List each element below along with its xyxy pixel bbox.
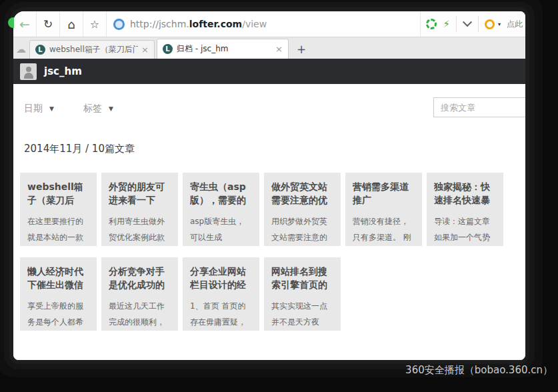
bookmark-star-button[interactable]: ☆ bbox=[83, 11, 107, 37]
article-excerpt: 1、首页 首页的存在毋庸置疑，每个 bbox=[190, 298, 252, 331]
article-card[interactable]: 懒人经济时代下催生出微信 享受上帝般的服务是每个人都希望 bbox=[20, 257, 97, 331]
article-card[interactable]: 网站排名到搜索引擎首页的 其实实现这一点并不是天方夜谭，可 bbox=[264, 257, 341, 331]
toolbar-promo-label[interactable]: 点此 bbox=[507, 19, 523, 30]
article-excerpt: 其实实现这一点并不是天方夜谭，可 bbox=[271, 298, 333, 331]
filter-date-label: 日期 bbox=[24, 103, 43, 115]
chevron-down-icon[interactable] bbox=[463, 17, 472, 27]
home-icon: ⌂ bbox=[67, 17, 75, 31]
article-title: 营销需多渠道推广 bbox=[353, 181, 415, 207]
tab-title: 归档 - jsc_hm bbox=[177, 43, 272, 55]
archive-heading: 2014年11月 / 10篇文章 bbox=[24, 143, 525, 155]
search-engine-logo-icon[interactable] bbox=[485, 19, 495, 29]
new-tab-button[interactable]: + bbox=[297, 44, 306, 55]
article-excerpt: 最近这几天工作完成的很顺利，所以 bbox=[109, 298, 171, 331]
article-card[interactable]: 独家揭秘：快速排名快速暴 导读：这篇文章如果加一个气势磅礴 bbox=[427, 173, 503, 246]
avatar[interactable] bbox=[20, 63, 37, 80]
article-excerpt: 用织梦做外贸英文站需要注意的细节 bbox=[271, 213, 333, 246]
watermark: 360安全播报（bobao.360.cn） bbox=[405, 364, 553, 377]
article-title: 分析竞争对手是优化成功的 bbox=[109, 265, 171, 292]
refresh-button[interactable]: ↻ bbox=[37, 11, 60, 37]
article-title: 懒人经济时代下催生出微信 bbox=[27, 265, 89, 292]
article-card[interactable]: 分析竞争对手是优化成功的 最近这几天工作完成的很顺利，所以 bbox=[101, 257, 178, 331]
back-button[interactable]: ← bbox=[13, 11, 37, 37]
toolbar-right-group: ⚡ ▾ 点此 bbox=[421, 11, 525, 37]
tab-archive[interactable]: L 归档 - jsc_hm × bbox=[157, 39, 289, 59]
article-card[interactable]: 分享企业网站栏目设计的经 1、首页 首页的存在毋庸置疑，每个 bbox=[183, 257, 259, 331]
article-excerpt: 享受上帝般的服务是每个人都希望 bbox=[27, 298, 89, 331]
home-button[interactable]: ⌂ bbox=[60, 11, 83, 37]
lightning-icon[interactable]: ⚡ bbox=[443, 19, 450, 29]
article-grid: webshell箱子（菜刀后 在这里要推行的就是本站的一款后门 外贸的朋友可进来… bbox=[20, 173, 525, 331]
article-card[interactable]: 营销需多渠道推广 营销没有捷径，只有多渠道。 刚刚看 bbox=[345, 173, 422, 246]
toolbar-separator bbox=[478, 16, 479, 32]
search-input[interactable] bbox=[433, 97, 525, 117]
screenshot-stage: ← ↻ ⌂ ☆ http://jschm.lofter.com/view ⚡ bbox=[0, 0, 558, 392]
search-engine-caret-icon[interactable]: ▾ bbox=[498, 21, 501, 27]
article-title: 外贸的朋友可进来看一下 bbox=[109, 181, 171, 207]
url-text: http://jschm.lofter.com/view bbox=[130, 19, 267, 29]
filter-tag[interactable]: 标签 ▼ bbox=[83, 103, 113, 115]
url-domain: lofter.com bbox=[189, 19, 242, 29]
caret-down-icon: ▼ bbox=[109, 105, 113, 112]
lofter-favicon-icon: L bbox=[163, 44, 173, 54]
site-favicon-icon bbox=[113, 19, 125, 30]
article-card[interactable]: webshell箱子（菜刀后 在这里要推行的就是本站的一款后门 bbox=[20, 173, 97, 246]
blog-title: jsc_hm bbox=[44, 65, 82, 77]
tab-bar: ☁ L webshell箱子（菜刀后门），7 × L 归档 - jsc_hm ×… bbox=[13, 37, 525, 59]
article-card[interactable]: 做外贸英文站需要注意的优 用织梦做外贸英文站需要注意的细节 bbox=[264, 173, 341, 246]
article-excerpt: 导读：这篇文章如果加一个气势磅礴 bbox=[434, 213, 496, 246]
url-prefix: http://jschm. bbox=[130, 19, 189, 29]
person-icon bbox=[20, 63, 37, 80]
tab-title: webshell箱子（菜刀后门），7 bbox=[49, 44, 138, 55]
article-title: 分享企业网站栏目设计的经 bbox=[190, 265, 252, 292]
article-excerpt: 在这里要推行的就是本站的一款后门 bbox=[27, 213, 89, 246]
back-icon: ← bbox=[19, 18, 30, 31]
blog-header: jsc_hm bbox=[13, 59, 525, 84]
tab-close-icon[interactable]: × bbox=[275, 44, 283, 54]
lofter-favicon-icon: L bbox=[35, 45, 45, 55]
browser-toolbar: ← ↻ ⌂ ☆ http://jschm.lofter.com/view ⚡ bbox=[13, 11, 525, 37]
article-title: 网站排名到搜索引擎首页的 bbox=[271, 265, 333, 292]
article-excerpt: 营销没有捷径，只有多渠道。 刚刚看 bbox=[353, 213, 415, 246]
archive-content: 日期 ▼ 标签 ▼ 2014年11月 / 10篇文章 webshell箱子（菜刀… bbox=[13, 84, 525, 360]
article-card[interactable]: 寄生虫（asp版），需要的 asp版寄生虫，可以生成 bbox=[183, 173, 259, 246]
url-suffix: /view bbox=[242, 19, 267, 29]
article-card[interactable]: 外贸的朋友可进来看一下 利用寄生虫做外贸优化案例此款寄生 bbox=[101, 173, 178, 246]
tab-webshell[interactable]: L webshell箱子（菜刀后门），7 × bbox=[29, 40, 155, 59]
star-icon: ☆ bbox=[90, 18, 99, 31]
address-bar[interactable]: http://jschm.lofter.com/view bbox=[107, 11, 421, 37]
cloud-icon[interactable]: ☁ bbox=[16, 45, 26, 55]
filter-bar: 日期 ▼ 标签 ▼ bbox=[13, 84, 525, 119]
article-excerpt: asp版寄生虫，可以生成 bbox=[190, 213, 252, 246]
browser-logo-peek-icon bbox=[8, 17, 14, 28]
toolbar-separator bbox=[456, 16, 457, 32]
article-excerpt: 利用寄生虫做外贸优化案例此款寄生 bbox=[109, 213, 171, 246]
filter-tag-label: 标签 bbox=[83, 103, 102, 115]
caret-down-icon: ▼ bbox=[49, 105, 54, 112]
refresh-icon: ↻ bbox=[43, 17, 53, 31]
browser-window: ← ↻ ⌂ ☆ http://jschm.lofter.com/view ⚡ bbox=[13, 11, 525, 360]
article-title: 做外贸英文站需要注意的优 bbox=[271, 181, 333, 207]
adblock-ring-icon[interactable] bbox=[426, 19, 437, 29]
filter-date[interactable]: 日期 ▼ bbox=[24, 103, 54, 115]
tab-close-icon[interactable]: × bbox=[141, 45, 149, 55]
article-title: webshell箱子（菜刀后 bbox=[27, 181, 89, 207]
article-title: 独家揭秘：快速排名快速暴 bbox=[434, 181, 496, 207]
article-title: 寄生虫（asp版），需要的 bbox=[190, 181, 252, 207]
